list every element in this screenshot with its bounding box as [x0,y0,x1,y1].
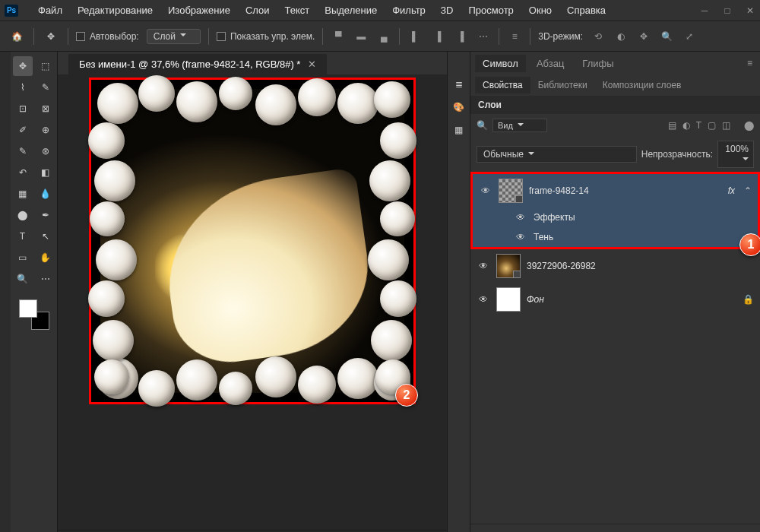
menu-help[interactable]: Справка [559,5,613,16]
menu-file[interactable]: Файл [30,5,70,16]
align-vcenter-icon[interactable]: ▬ [353,29,369,44]
color-swatches[interactable] [19,299,49,330]
3d-roll-icon[interactable]: ◐ [613,29,629,44]
lasso-tool[interactable]: ⌇ [13,78,33,97]
layer-name[interactable]: Фон [527,294,544,305]
3d-scale-icon[interactable]: ⤢ [682,29,697,44]
document-tab[interactable]: Без имени-1 @ 37,6% (frame-9482-14, RGB/… [68,54,327,74]
auto-select-checkbox[interactable]: Автовыбор: [76,31,139,42]
hand-tool[interactable]: ✋ [36,248,55,268]
visibility-icon[interactable]: 👁 [514,232,527,242]
menu-image[interactable]: Изображение [160,5,238,16]
menu-filter[interactable]: Фильтр [385,5,433,16]
distribute-icon[interactable]: ≡ [507,29,522,44]
eyedropper-tool[interactable]: ✐ [13,120,33,140]
tab-properties[interactable]: Свойства [475,77,530,93]
ps-logo: Ps [5,5,18,17]
lock-icon[interactable]: 🔒 [743,294,754,305]
eraser-tool[interactable]: ◧ [36,163,55,182]
layer-frame[interactable]: 👁 frame-9482-14 fx ⌃ [473,174,758,207]
layer-name[interactable]: frame-9482-14 [529,185,589,196]
type-tool[interactable]: T [13,226,33,246]
swatches-panel-icon[interactable]: ▦ [452,123,466,137]
layer-thumbnail[interactable] [496,254,521,278]
layer-image[interactable]: 👁 39272906-26982 [470,249,760,283]
align-bottom-icon[interactable]: ▄ [376,29,391,44]
menu-view[interactable]: Просмотр [461,5,521,16]
tab-close-icon[interactable]: ✕ [308,59,316,70]
tab-glyphs[interactable]: Глифы [575,55,621,72]
tab-layer-comps[interactable]: Композиции слоев [595,77,689,93]
close-button[interactable]: ✕ [745,5,755,16]
crop-tool[interactable]: ⊡ [13,99,33,119]
rect-tool[interactable]: ▭ [13,248,33,268]
fx-badge[interactable]: fx [728,185,735,196]
show-transform-checkbox[interactable]: Показать упр. элем. [217,31,315,42]
align-right-icon[interactable]: ▐ [453,29,468,44]
tab-libraries[interactable]: Библиотеки [530,77,595,93]
layer-shadow-row[interactable]: 👁 Тень [473,227,758,247]
tab-symbol[interactable]: Символ [475,55,526,72]
pen-tool[interactable]: ✒ [36,205,55,225]
panel-menu-icon[interactable]: ≡ [747,58,752,68]
layer-name[interactable]: 39272906-26982 [527,261,596,271]
frame-tool[interactable]: ⊠ [36,99,55,119]
auto-select-target[interactable]: Слой [147,29,201,44]
fx-expand-icon[interactable]: ⌃ [744,185,752,196]
opacity-label: Непрозрачность: [641,149,713,160]
heal-tool[interactable]: ⊕ [36,120,55,140]
edit-toolbar[interactable]: ⋯ [36,269,55,289]
menu-layers[interactable]: Слои [238,5,277,16]
filter-smart-icon[interactable]: ◫ [722,120,730,131]
layer-background[interactable]: 👁 Фон 🔒 [470,283,760,316]
3d-orbit-icon[interactable]: ⟲ [591,29,606,44]
filter-pixel-icon[interactable]: ▤ [668,120,676,131]
menu-text[interactable]: Текст [277,5,318,16]
gradient-tool[interactable]: ▦ [13,184,33,204]
home-icon[interactable]: 🏠 [8,27,26,46]
filter-adjust-icon[interactable]: ◐ [682,120,690,131]
layer-filter-type[interactable]: Вид [492,119,547,132]
3d-pan-icon[interactable]: ✥ [636,29,651,44]
menu-edit[interactable]: Редактирование [70,5,160,16]
minimize-button[interactable]: ─ [699,5,710,16]
foreground-color[interactable] [19,299,37,318]
visibility-icon[interactable]: 👁 [514,212,527,223]
canvas[interactable]: 2 [89,78,416,404]
marquee-tool[interactable]: ⬚ [36,56,55,76]
filter-shape-icon[interactable]: ▢ [708,120,716,131]
path-tool[interactable]: ↖ [36,226,55,246]
align-left-icon[interactable]: ▌ [407,29,423,44]
color-panel-icon[interactable]: 🎨 [452,100,466,114]
blur-tool[interactable]: 💧 [36,184,55,204]
dodge-tool[interactable]: ⬤ [13,205,33,225]
filter-toggle[interactable]: ⬤ [744,120,754,131]
opacity-value[interactable]: 100% [717,141,754,168]
3d-search-icon[interactable]: 🔍 [659,29,674,44]
menu-window[interactable]: Окно [521,5,559,16]
tab-paragraph[interactable]: Абзац [529,55,572,72]
layer-effects-row[interactable]: 👁 Эффекты [473,207,758,227]
align-top-icon[interactable]: ▀ [331,29,346,44]
visibility-icon[interactable]: 👁 [479,185,492,196]
layer-thumbnail[interactable] [499,179,523,203]
history-brush-tool[interactable]: ↶ [13,163,33,182]
filter-type-icon[interactable]: T [696,120,701,131]
visibility-icon[interactable]: 👁 [477,294,490,305]
align-hcenter-icon[interactable]: ▐ [430,29,445,44]
menu-3d[interactable]: 3D [433,5,461,16]
maximize-button[interactable]: □ [722,5,733,16]
more-align-icon[interactable]: ⋯ [476,29,491,44]
history-panel-icon[interactable]: ≣ [452,78,466,91]
visibility-icon[interactable]: 👁 [477,261,490,271]
zoom-tool[interactable]: 🔍 [13,269,33,289]
move-tool-icon[interactable]: ✥ [42,27,60,46]
move-tool[interactable]: ✥ [13,56,33,76]
blend-mode-select[interactable]: Обычные [477,146,637,163]
stamp-tool[interactable]: ⊛ [36,141,55,161]
layers-panel-header[interactable]: Слои [470,96,760,114]
brush-tool[interactable]: ✎ [13,141,33,161]
menu-select[interactable]: Выделение [317,5,385,16]
quick-select-tool[interactable]: ✎ [36,78,55,97]
layer-thumbnail[interactable] [496,287,521,312]
